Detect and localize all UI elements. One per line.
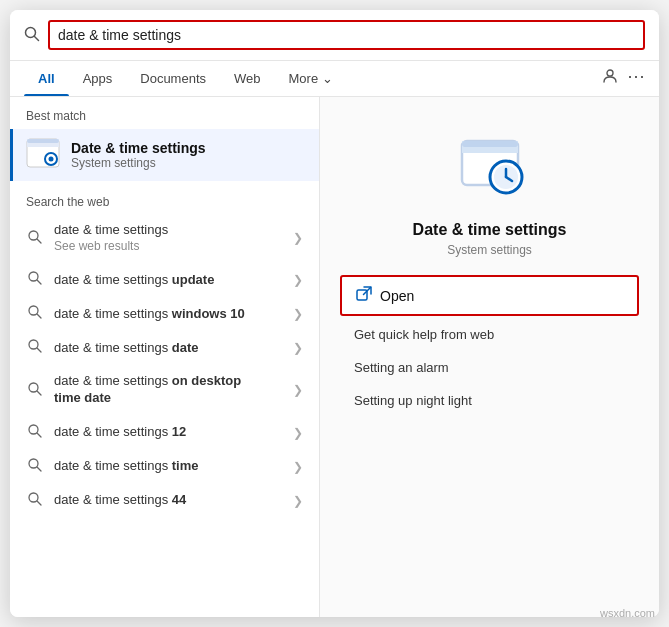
tab-more[interactable]: More ⌄	[275, 61, 348, 96]
list-item[interactable]: date & time settings date ❯	[14, 331, 315, 364]
search-icon	[26, 424, 44, 441]
external-link-icon	[356, 286, 372, 305]
search-bar	[10, 10, 659, 61]
tabs-bar: All Apps Documents Web More ⌄ ⋯	[10, 61, 659, 97]
search-web-label: Search the web	[10, 183, 319, 213]
tab-apps[interactable]: Apps	[69, 61, 127, 96]
web-result-text: date & time settings 12	[54, 424, 293, 441]
svg-line-22	[37, 467, 41, 471]
search-icon	[26, 271, 44, 288]
settings-icon	[25, 137, 61, 173]
app-subtitle: System settings	[447, 243, 532, 257]
search-icon	[24, 26, 40, 45]
search-window: All Apps Documents Web More ⌄ ⋯ Best mat…	[10, 10, 659, 617]
list-item[interactable]: date & time settings time ❯	[14, 450, 315, 483]
action-item-alarm[interactable]: Setting an alarm	[340, 351, 639, 384]
action-item-night-light[interactable]: Setting up night light	[340, 384, 639, 417]
web-result-text: date & time settings windows 10	[54, 306, 293, 323]
best-match-item[interactable]: Date & time settings System settings	[10, 129, 319, 181]
search-icon	[26, 230, 44, 247]
left-panel: Best match Date & time settings System s…	[10, 97, 320, 617]
tabs-action-icons: ⋯	[601, 67, 645, 90]
svg-point-2	[607, 70, 613, 76]
chevron-right-icon: ❯	[293, 307, 303, 321]
tab-all[interactable]: All	[24, 61, 69, 96]
search-icon	[26, 458, 44, 475]
web-result-text: date & time settings update	[54, 272, 293, 289]
chevron-right-icon: ❯	[293, 273, 303, 287]
person-icon[interactable]	[601, 67, 619, 90]
svg-line-24	[37, 501, 41, 505]
search-input[interactable]	[48, 20, 645, 50]
search-icon	[26, 492, 44, 509]
tab-documents[interactable]: Documents	[126, 61, 220, 96]
search-icon	[26, 382, 44, 399]
svg-line-10	[37, 239, 41, 243]
list-item[interactable]: date & time settings on desktoptime date…	[14, 365, 315, 415]
web-result-text: date & time settings 44	[54, 492, 293, 509]
chevron-right-icon: ❯	[293, 494, 303, 508]
list-item[interactable]: date & time settings See web results ❯	[14, 214, 315, 262]
more-options-icon[interactable]: ⋯	[627, 67, 645, 90]
list-item[interactable]: date & time settings 44 ❯	[14, 484, 315, 517]
best-match-label: Best match	[10, 97, 319, 127]
search-icon	[26, 305, 44, 322]
right-panel: Date & time settings System settings Ope…	[320, 97, 659, 617]
svg-line-20	[37, 433, 41, 437]
watermark: wsxdn.com	[600, 607, 655, 619]
chevron-right-icon: ❯	[293, 426, 303, 440]
svg-line-14	[37, 314, 41, 318]
app-title: Date & time settings	[413, 221, 567, 239]
chevron-right-icon: ❯	[293, 231, 303, 245]
svg-rect-28	[462, 141, 518, 147]
chevron-down-icon: ⌄	[322, 71, 333, 86]
best-match-text: Date & time settings System settings	[71, 140, 206, 170]
web-result-text: date & time settings time	[54, 458, 293, 475]
chevron-right-icon: ❯	[293, 341, 303, 355]
svg-rect-6	[27, 139, 59, 143]
list-item[interactable]: date & time settings update ❯	[14, 263, 315, 296]
action-item-web-help[interactable]: Get quick help from web	[340, 318, 639, 351]
svg-line-1	[35, 36, 39, 40]
web-result-text: date & time settings date	[54, 340, 293, 357]
web-result-text: date & time settings See web results	[54, 222, 293, 254]
chevron-right-icon: ❯	[293, 383, 303, 397]
open-button[interactable]: Open	[340, 275, 639, 316]
svg-line-18	[37, 391, 41, 395]
svg-point-8	[49, 157, 54, 162]
svg-line-16	[37, 348, 41, 352]
search-icon	[26, 339, 44, 356]
tab-web[interactable]: Web	[220, 61, 275, 96]
list-item[interactable]: date & time settings windows 10 ❯	[14, 297, 315, 330]
chevron-right-icon: ❯	[293, 460, 303, 474]
app-icon	[450, 127, 530, 207]
web-result-text: date & time settings on desktoptime date	[54, 373, 293, 407]
svg-line-12	[37, 280, 41, 284]
main-content: Best match Date & time settings System s…	[10, 97, 659, 617]
list-item[interactable]: date & time settings 12 ❯	[14, 416, 315, 449]
open-label: Open	[380, 288, 414, 304]
